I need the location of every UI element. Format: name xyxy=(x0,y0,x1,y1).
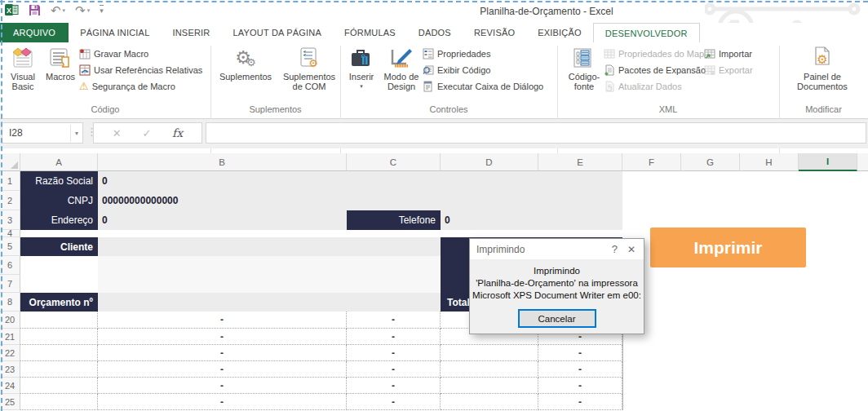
column-header-C[interactable]: C xyxy=(347,153,441,171)
row-header-4[interactable]: 4 xyxy=(0,230,20,237)
cell-endereco-value[interactable]: 0 xyxy=(98,210,347,230)
row-header-20[interactable]: 20 xyxy=(0,312,20,329)
cell[interactable] xyxy=(441,345,538,361)
row-header-21[interactable]: 21 xyxy=(0,329,20,345)
cell[interactable]: - xyxy=(347,378,441,394)
select-all-corner[interactable] xyxy=(0,153,20,171)
row-header-22[interactable]: 22 xyxy=(0,345,20,361)
row-header-2[interactable]: 2 xyxy=(0,191,20,210)
row-header-7[interactable]: 7 xyxy=(0,275,20,293)
cell[interactable]: - xyxy=(347,329,441,345)
cell-telefone-label[interactable]: Telefone xyxy=(347,210,441,230)
cell[interactable]: - xyxy=(538,394,622,410)
cell[interactable] xyxy=(441,378,538,394)
cell-orcamento-label[interactable]: Orçamento nº xyxy=(20,293,98,312)
print-dialog-title: Imprimindo xyxy=(476,244,604,255)
cell-razao-social-label[interactable]: Razão Social xyxy=(20,171,98,191)
cell[interactable]: - xyxy=(347,345,441,361)
cell-endereco-label[interactable]: Endereço xyxy=(20,210,98,230)
column-header-G[interactable]: G xyxy=(681,153,740,171)
column-header-partial[interactable] xyxy=(857,153,868,171)
cell[interactable]: - xyxy=(98,361,347,378)
row-header-25[interactable]: 25 xyxy=(0,394,20,410)
cell[interactable]: - xyxy=(98,329,347,345)
cell-cnpj-value[interactable]: 00000000000000 xyxy=(98,191,622,210)
cell-b6[interactable] xyxy=(98,256,441,275)
cell-cliente-label[interactable]: Cliente xyxy=(20,237,98,256)
row-header-6[interactable]: 6 xyxy=(0,256,20,275)
cell-orcamento-value[interactable] xyxy=(98,293,441,312)
cell[interactable] xyxy=(20,394,98,410)
cell[interactable]: - xyxy=(98,345,347,361)
column-header-D[interactable]: D xyxy=(441,153,538,171)
column-header-I[interactable]: I xyxy=(799,153,857,171)
cell-telefone-value[interactable]: 0 xyxy=(441,210,622,230)
help-icon[interactable]: ? xyxy=(604,243,626,255)
cell[interactable] xyxy=(20,378,98,394)
print-dialog-line2: 'Planilha-de-Orçamento' na impressora xyxy=(470,277,644,289)
cell[interactable]: - xyxy=(98,312,347,329)
print-dialog-titlebar[interactable]: Imprimindo ? ✕ xyxy=(470,239,644,259)
cell-razao-social-value[interactable]: 0 xyxy=(98,171,622,191)
column-header-H[interactable]: H xyxy=(740,153,799,171)
cell[interactable]: - xyxy=(538,345,622,361)
cell[interactable]: - xyxy=(538,361,622,378)
print-dialog-line1: Imprimindo xyxy=(470,265,644,277)
cell-cnpj-label[interactable]: CNPJ xyxy=(20,191,98,210)
cell[interactable]: - xyxy=(98,378,347,394)
imprimir-macro-button[interactable]: Imprimir xyxy=(650,228,806,267)
cell[interactable] xyxy=(20,329,98,345)
cell[interactable]: - xyxy=(347,312,441,329)
row-header-3[interactable]: 3 xyxy=(0,210,20,230)
cell[interactable] xyxy=(20,345,98,361)
excel-window: X ↶▾ ↷▾ ▾ Planilha-de-Orçamento - Excel … xyxy=(0,0,868,411)
cell[interactable] xyxy=(20,361,98,378)
column-header-F[interactable]: F xyxy=(622,153,681,171)
cell[interactable] xyxy=(441,394,538,410)
cell[interactable] xyxy=(441,361,538,378)
spreadsheet: Razão Social 0 CNPJ 00000000000000 Ender… xyxy=(0,0,868,411)
row-header-5[interactable]: 5 xyxy=(0,237,20,256)
cell[interactable]: - xyxy=(347,361,441,378)
cell-cliente-value[interactable] xyxy=(98,237,441,256)
row-header-8[interactable]: 8 xyxy=(0,293,20,312)
column-header-A[interactable]: A xyxy=(20,153,98,171)
cell-b7[interactable] xyxy=(98,275,441,293)
print-dialog-body: Imprimindo 'Planilha-de-Orçamento' na im… xyxy=(470,259,644,328)
row-header-24[interactable]: 24 xyxy=(0,378,20,394)
print-dialog-line3: Microsoft XPS Document Writer em e00: xyxy=(470,289,644,302)
cancel-button[interactable]: Cancelar xyxy=(518,309,596,328)
print-dialog: Imprimindo ? ✕ Imprimindo 'Planilha-de-O… xyxy=(469,238,644,334)
column-header-E[interactable]: E xyxy=(538,153,622,171)
cell[interactable]: - xyxy=(538,378,622,394)
cell[interactable]: - xyxy=(98,394,347,410)
cell[interactable]: - xyxy=(347,394,441,410)
cell[interactable] xyxy=(20,312,98,329)
close-icon[interactable]: ✕ xyxy=(626,244,637,255)
column-header-B[interactable]: B xyxy=(98,153,347,171)
row-header-1[interactable]: 1 xyxy=(0,171,20,191)
tab-desenvolvedor[interactable]: DESENVOLVEDOR xyxy=(593,23,700,42)
row-header-23[interactable]: 23 xyxy=(0,361,20,378)
